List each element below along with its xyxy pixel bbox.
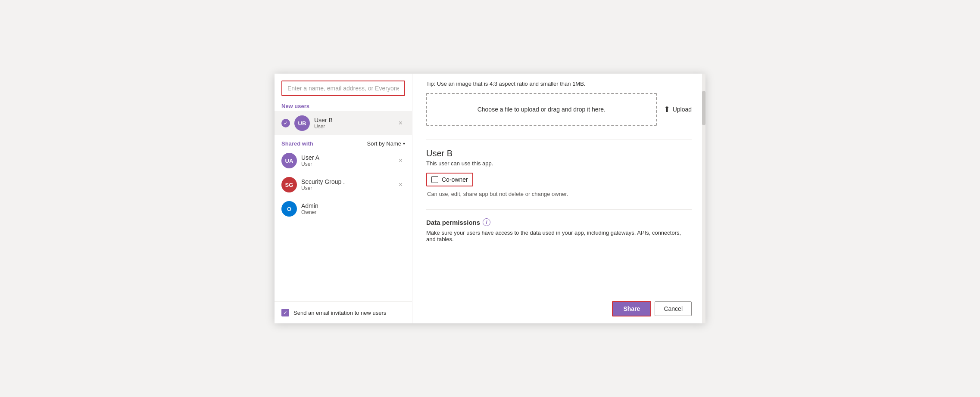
- remove-user-a-btn[interactable]: ×: [396, 156, 405, 165]
- list-item-user-b-new[interactable]: ✓ UB User B User ×: [275, 111, 412, 135]
- avatar-admin: O: [281, 201, 297, 217]
- left-panel: New users ✓ UB User B User × Shared with…: [275, 74, 412, 323]
- sort-by-label: Sort by Name: [367, 140, 401, 147]
- coowner-row[interactable]: Co-owner: [426, 173, 473, 186]
- check-icon: ✓: [281, 119, 290, 127]
- user-info-ub: User B User: [314, 117, 392, 130]
- coowner-label: Co-owner: [442, 176, 468, 183]
- user-role-ua: User: [301, 161, 392, 167]
- shared-with-header: Shared with Sort by Name ▾: [275, 135, 412, 149]
- info-icon[interactable]: i: [483, 218, 490, 226]
- avatar-ub: UB: [294, 115, 310, 131]
- divider-2: [426, 209, 692, 210]
- list-item-user-a[interactable]: UA User A User ×: [275, 149, 412, 173]
- user-name-admin: Admin: [301, 202, 405, 209]
- upload-label: Upload: [673, 106, 692, 113]
- data-permissions-header: Data permissions i: [426, 218, 692, 226]
- email-invite-label: Send an email invitation to new users: [293, 310, 386, 316]
- bottom-bar: Share Cancel: [612, 294, 705, 323]
- user-b-desc: This user can use this app.: [426, 160, 692, 167]
- right-panel: Tip: Use an image that is 4:3 aspect rat…: [412, 74, 705, 323]
- data-permissions-desc: Make sure your users have access to the …: [426, 230, 692, 242]
- share-button[interactable]: Share: [612, 301, 651, 316]
- email-invite-checkbox[interactable]: ✓: [281, 309, 289, 316]
- user-b-section: User B This user can use this app. Co-ow…: [426, 149, 692, 201]
- user-name-sg: Security Group .: [301, 178, 392, 185]
- data-permissions-title: Data permissions: [426, 219, 480, 226]
- upload-btn[interactable]: ⬆ Upload: [664, 105, 692, 114]
- user-b-name: User B: [426, 149, 692, 158]
- coowner-hint: Can use, edit, share app but not delete …: [427, 191, 692, 197]
- search-input[interactable]: [281, 81, 405, 96]
- email-invite-row: ✓ Send an email invitation to new users: [275, 301, 412, 323]
- list-item-security-group[interactable]: SG Security Group . User ×: [275, 173, 412, 197]
- shared-with-label: Shared with: [281, 140, 313, 147]
- share-dialog: New users ✓ UB User B User × Shared with…: [275, 74, 705, 323]
- new-users-label: New users: [275, 99, 412, 111]
- cancel-button[interactable]: Cancel: [655, 301, 692, 316]
- scrollbar-thumb: [702, 91, 705, 125]
- user-info-sg: Security Group . User: [301, 178, 392, 191]
- user-role-admin: Owner: [301, 209, 405, 215]
- drop-zone[interactable]: Choose a file to upload or drag and drop…: [426, 93, 657, 126]
- user-info-admin: Admin Owner: [301, 202, 405, 215]
- sort-by-dropdown[interactable]: Sort by Name ▾: [367, 140, 405, 147]
- avatar-sg: SG: [281, 177, 297, 192]
- chevron-down-icon: ▾: [403, 141, 405, 146]
- remove-sg-btn[interactable]: ×: [396, 180, 405, 189]
- upload-icon: ⬆: [664, 105, 670, 114]
- upload-area: Choose a file to upload or drag and drop…: [426, 93, 692, 126]
- user-role-sg: User: [301, 185, 392, 191]
- user-role-ub: User: [314, 124, 392, 130]
- divider-1: [426, 140, 692, 140]
- data-permissions-section: Data permissions i Make sure your users …: [426, 218, 692, 242]
- list-item-admin[interactable]: O Admin Owner: [275, 197, 412, 221]
- tip-section: Tip: Use an image that is 4:3 aspect rat…: [426, 74, 692, 131]
- user-name-ua: User A: [301, 154, 392, 161]
- user-info-ua: User A User: [301, 154, 392, 167]
- tip-text: Tip: Use an image that is 4:3 aspect rat…: [426, 81, 692, 87]
- scrollbar[interactable]: [702, 74, 705, 323]
- avatar-ua: UA: [281, 153, 297, 168]
- user-name-ub: User B: [314, 117, 392, 124]
- coowner-checkbox[interactable]: [431, 176, 438, 183]
- remove-user-b-btn[interactable]: ×: [396, 119, 405, 127]
- search-area: [275, 74, 412, 99]
